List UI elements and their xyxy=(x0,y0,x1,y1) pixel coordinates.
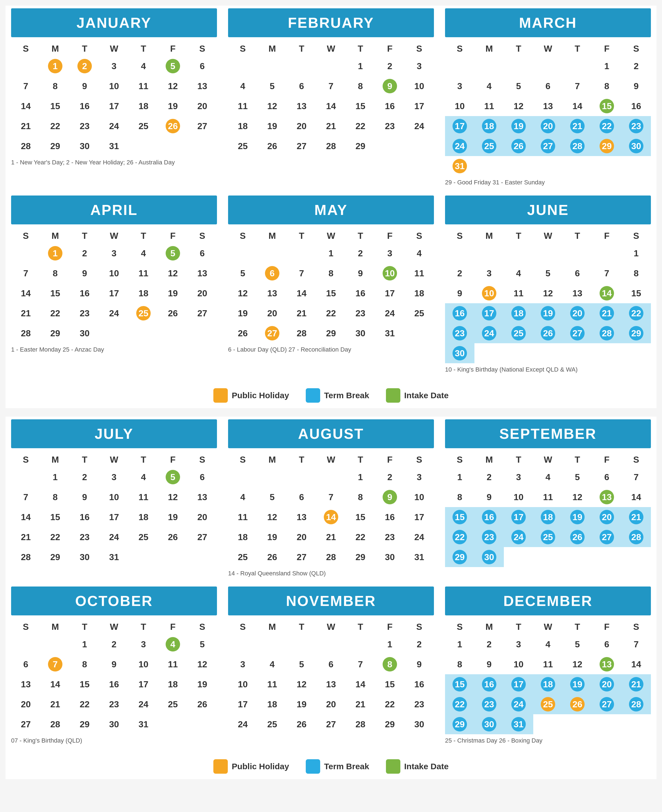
day-number: 21 xyxy=(629,677,643,691)
day-cell: 25 xyxy=(533,694,563,714)
day-cell: 27 xyxy=(563,323,592,343)
day-number: 6 xyxy=(294,79,309,93)
day-number: 1 xyxy=(324,246,338,261)
day-cell: 16 xyxy=(405,674,434,694)
day-cell: 22 xyxy=(375,694,405,714)
day-cell: 23 xyxy=(70,116,99,136)
day-cell: 10 xyxy=(99,76,129,96)
day-number: 17 xyxy=(412,99,426,113)
day-number: 11 xyxy=(511,286,526,300)
day-cell: 23 xyxy=(622,116,651,136)
day-number: 8 xyxy=(453,490,467,504)
legend-holiday: Public Holiday xyxy=(214,759,289,774)
day-cell: 28 xyxy=(11,323,40,343)
day-cell: 25 xyxy=(257,714,287,734)
day-cell: 1 xyxy=(622,243,651,263)
day-cell: 8 xyxy=(316,263,346,283)
day-number: 5 xyxy=(195,637,209,651)
day-number: 29 xyxy=(453,550,467,564)
day-number: 23 xyxy=(107,697,121,712)
day-cell: 10 xyxy=(504,654,533,674)
day-cell: 11 xyxy=(504,283,533,303)
day-number: 23 xyxy=(453,326,467,340)
weekday-header: T xyxy=(563,453,592,467)
weekday-header: W xyxy=(533,229,563,243)
day-number: 25 xyxy=(265,717,280,731)
day-number: 25 xyxy=(166,697,180,712)
day-cell: 1 xyxy=(445,634,474,654)
day-cell: 21 xyxy=(346,694,375,714)
day-number: 26 xyxy=(570,530,585,544)
day-cell: 31 xyxy=(504,714,533,734)
day-cell: 20 xyxy=(257,303,287,323)
day-cell: 4 xyxy=(228,76,257,96)
day-cell: 14 xyxy=(592,283,622,303)
day-number: 19 xyxy=(570,510,585,524)
day-cell: 4 xyxy=(474,76,504,96)
month-header: APRIL xyxy=(11,195,217,224)
day-cell: 2 xyxy=(405,634,434,654)
day-number: 25 xyxy=(236,139,250,153)
day-number: 24 xyxy=(482,326,496,340)
day-cell: 18 xyxy=(474,116,504,136)
day-cell: 16 xyxy=(375,507,405,527)
day-number: 2 xyxy=(629,59,643,73)
day-number: 25 xyxy=(541,530,555,544)
month-footnotes: 1 - Easter Monday 25 - Anzac Day xyxy=(11,346,217,354)
day-cell: 7 xyxy=(346,654,375,674)
day-number: 9 xyxy=(77,490,92,504)
day-cell: 25 xyxy=(129,527,158,547)
month-july: JULYSMTWTFS12345678910111213141516171819… xyxy=(6,417,223,584)
day-cell: 12 xyxy=(257,507,287,527)
empty-day xyxy=(40,634,70,654)
day-number: 30 xyxy=(412,717,426,731)
day-number: 16 xyxy=(482,677,496,691)
day-cell: 23 xyxy=(474,527,504,547)
day-cell: 21 xyxy=(592,303,622,323)
day-cell: 9 xyxy=(99,654,129,674)
day-cell: 18 xyxy=(533,674,563,694)
day-cell: 15 xyxy=(622,283,651,303)
day-number: 8 xyxy=(629,266,643,280)
day-cell: 6 xyxy=(563,263,592,283)
day-cell: 23 xyxy=(445,323,474,343)
month-footnotes: 6 - Labour Day (QLD) 27 - Reconciliation… xyxy=(228,346,434,354)
day-cell: 19 xyxy=(158,507,188,527)
legend-term-break: Term Break xyxy=(306,388,369,403)
day-number: 18 xyxy=(412,286,426,300)
weekday-header: S xyxy=(188,229,217,243)
day-number: 17 xyxy=(453,119,467,133)
day-number: 23 xyxy=(77,306,92,321)
day-number: 21 xyxy=(19,119,33,133)
legend-holiday-label: Public Holiday xyxy=(232,391,289,400)
legend-term-break-label: Term Break xyxy=(324,391,369,400)
day-cell: 29 xyxy=(40,547,70,567)
day-number: 30 xyxy=(482,550,496,564)
day-cell: 30 xyxy=(474,547,504,567)
day-cell: 7 xyxy=(40,654,70,674)
day-number: 8 xyxy=(48,490,63,504)
day-number: 21 xyxy=(294,306,309,321)
weekday-header: T xyxy=(287,41,316,56)
day-cell: 24 xyxy=(129,694,158,714)
day-cell: 27 xyxy=(11,714,40,734)
day-number: 2 xyxy=(353,246,368,261)
day-number: 6 xyxy=(599,637,614,651)
day-number: 19 xyxy=(511,119,526,133)
day-number: 16 xyxy=(453,306,467,321)
day-cell: 29 xyxy=(346,547,375,567)
day-number: 22 xyxy=(353,119,368,133)
day-number: 24 xyxy=(107,119,121,133)
day-number: 9 xyxy=(629,79,643,93)
day-number: 15 xyxy=(77,677,92,691)
weekday-header: S xyxy=(228,453,257,467)
day-cell: 14 xyxy=(563,96,592,116)
day-cell: 29 xyxy=(316,323,346,343)
day-cell: 6 xyxy=(592,634,622,654)
day-number: 24 xyxy=(511,697,526,712)
day-cell: 28 xyxy=(622,527,651,547)
day-cell: 22 xyxy=(70,694,99,714)
day-number: 1 xyxy=(353,59,368,73)
weekday-header: S xyxy=(445,620,474,634)
day-cell: 19 xyxy=(563,674,592,694)
